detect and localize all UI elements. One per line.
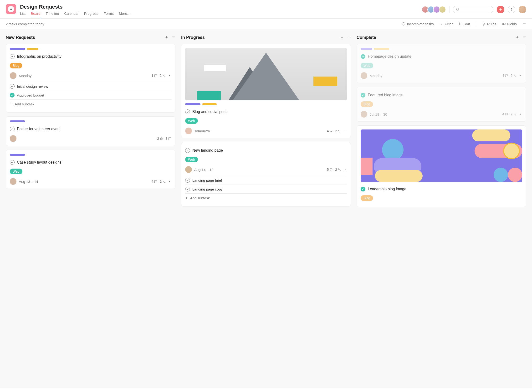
add-task-button[interactable]: + <box>341 35 343 40</box>
tag-pill[interactable]: Blog <box>361 101 373 107</box>
more-button[interactable] <box>522 22 526 26</box>
add-button[interactable]: + <box>497 6 504 13</box>
complete-checkbox[interactable] <box>10 84 15 89</box>
complete-checkbox[interactable] <box>10 54 15 59</box>
add-subtask-button[interactable]: + Add subtask <box>10 100 171 108</box>
complete-checkbox[interactable] <box>361 54 365 59</box>
svg-line-1 <box>458 10 459 11</box>
tab-more[interactable]: More… <box>119 11 131 18</box>
task-card[interactable]: Homepage design update Web Monday 4 2 <box>357 44 526 83</box>
subtask-count[interactable]: 2 <box>335 168 341 171</box>
task-card[interactable]: New landing page Web Aug 14 – 19 5 2 Lan… <box>181 142 351 206</box>
comments-count[interactable]: 4 <box>327 129 333 133</box>
task-card[interactable]: Poster for volunteer event 2 3 <box>6 116 175 146</box>
subtask-count[interactable]: 2 <box>511 112 517 116</box>
chevron-right-icon[interactable] <box>519 113 522 116</box>
user-avatar[interactable] <box>519 6 526 13</box>
tabs: List Board Timeline Calendar Progress Fo… <box>20 11 422 18</box>
assignee-avatar[interactable] <box>10 72 16 79</box>
complete-checkbox[interactable] <box>185 178 190 183</box>
comments-count[interactable]: 4 <box>502 112 508 116</box>
assignee-avatar[interactable] <box>185 128 192 134</box>
chevron-right-icon[interactable] <box>519 74 522 77</box>
tab-progress[interactable]: Progress <box>84 11 98 18</box>
comments-count[interactable]: 1 <box>151 74 157 77</box>
svg-point-9 <box>523 24 524 24</box>
lightning-icon <box>482 22 486 26</box>
assignee-avatar[interactable] <box>10 178 16 185</box>
comment-icon <box>505 74 508 77</box>
complete-checkbox[interactable] <box>10 93 15 98</box>
fields-button[interactable]: Fields <box>502 22 517 26</box>
subtask-row[interactable]: Approved budget <box>10 91 171 100</box>
task-card[interactable]: Featured blog image Blog Jul 19 – 30 4 2 <box>357 87 526 122</box>
subtask-row[interactable]: Initial design review <box>10 82 171 91</box>
tab-list[interactable]: List <box>20 11 26 18</box>
divider <box>476 21 476 26</box>
tag-pill[interactable]: Blog <box>10 63 22 68</box>
complete-checkbox[interactable] <box>10 127 15 131</box>
filter-button[interactable]: Filter <box>440 22 453 26</box>
project-icon[interactable]: ★ <box>6 4 16 14</box>
tag-pill[interactable]: Web <box>185 157 198 162</box>
complete-checkbox[interactable] <box>361 93 365 98</box>
assignee-avatar[interactable] <box>361 72 367 79</box>
complete-checkbox[interactable] <box>185 148 190 153</box>
subtask-row[interactable]: Landing page copy <box>185 185 347 194</box>
complete-checkbox[interactable] <box>361 187 365 191</box>
chevron-right-icon[interactable] <box>343 168 347 171</box>
task-title: Blog and social posts <box>192 110 228 114</box>
likes-count[interactable]: 2 <box>157 137 163 140</box>
add-subtask-button[interactable]: + Add subtask <box>185 194 347 202</box>
svg-point-17 <box>350 37 350 37</box>
tab-board[interactable]: Board <box>31 11 40 18</box>
task-card[interactable]: Leadership blog image Blog <box>357 125 526 207</box>
complete-checkbox[interactable] <box>185 109 190 114</box>
complete-checkbox[interactable] <box>10 160 15 165</box>
svg-point-14 <box>174 37 175 37</box>
comments-count[interactable]: 4 <box>502 74 508 77</box>
tab-timeline[interactable]: Timeline <box>46 11 59 18</box>
chevron-right-icon[interactable] <box>168 180 171 183</box>
column-title[interactable]: In Progress <box>181 35 341 40</box>
member-avatars[interactable] <box>422 6 446 13</box>
subtask-count[interactable]: 2 <box>160 74 166 77</box>
rules-button[interactable]: Rules <box>482 22 496 26</box>
subtask-title: Initial design review <box>17 84 48 88</box>
tag-pill[interactable]: Web <box>361 63 373 68</box>
subtask-row[interactable]: Landing page brief <box>185 176 347 185</box>
comments-count[interactable]: 5 <box>327 168 333 171</box>
subtask-count[interactable]: 2 <box>511 74 517 77</box>
assignee-avatar[interactable] <box>361 111 367 118</box>
chevron-right-icon[interactable] <box>168 74 171 77</box>
comments-count[interactable]: 3 <box>165 137 171 140</box>
tag-pill[interactable]: Web <box>185 118 198 124</box>
task-card[interactable]: Blog and social posts Web Tomorrow 4 2 <box>181 44 351 138</box>
star-icon: ★ <box>8 6 14 12</box>
column-title[interactable]: New Requests <box>6 35 165 40</box>
task-card[interactable]: Infographic on productivity Blog Monday … <box>6 44 175 113</box>
tag-pill[interactable]: Web <box>10 169 22 174</box>
column-menu-button[interactable] <box>172 35 175 40</box>
assignee-avatar[interactable] <box>185 166 192 173</box>
help-button[interactable]: ? <box>508 6 515 13</box>
tab-calendar[interactable]: Calendar <box>64 11 79 18</box>
search-input[interactable] <box>453 6 493 13</box>
assignee-avatar[interactable] <box>10 135 16 142</box>
tab-forms[interactable]: Forms <box>103 11 114 18</box>
column-title[interactable]: Complete <box>357 35 516 40</box>
subtask-count[interactable]: 2 <box>335 129 341 133</box>
comments-count[interactable]: 4 <box>151 180 157 183</box>
tag-pill[interactable]: Blog <box>361 195 373 201</box>
sort-button[interactable]: Sort <box>458 22 470 26</box>
add-task-button[interactable]: + <box>165 35 168 40</box>
column-menu-button[interactable] <box>347 35 351 40</box>
column-menu-button[interactable] <box>522 35 526 40</box>
complete-checkbox[interactable] <box>185 187 190 191</box>
incomplete-filter[interactable]: Incomplete tasks <box>402 22 434 26</box>
subtask-count[interactable]: 2 <box>160 180 166 183</box>
task-card[interactable]: Case study layout designs Web Aug 13 – 1… <box>6 150 175 189</box>
chevron-right-icon[interactable] <box>343 129 347 133</box>
project-title[interactable]: Design Requests <box>20 4 422 10</box>
add-task-button[interactable]: + <box>516 35 519 40</box>
